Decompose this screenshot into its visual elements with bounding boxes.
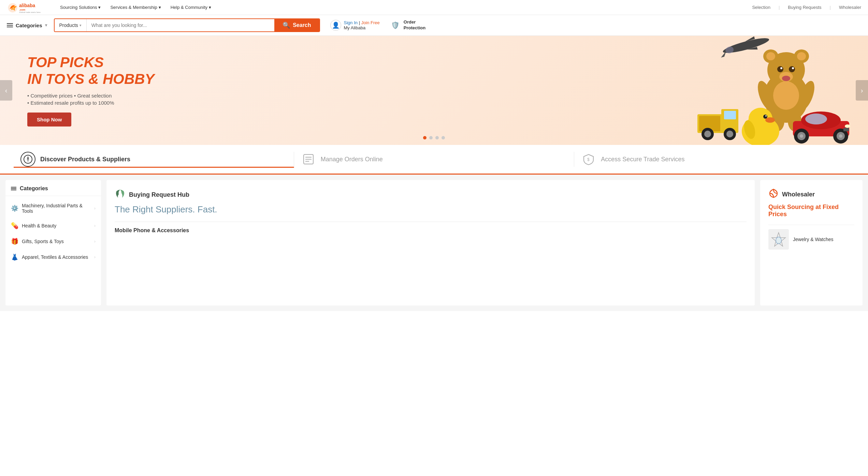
category-health-beauty[interactable]: 💊 Health & Beauty › <box>5 218 101 234</box>
chevron-right-icon: › <box>94 255 96 259</box>
account-section[interactable]: 👤 Sign In | Join Free My Alibaba <box>330 20 380 31</box>
svg-text:Global trade starts here.: Global trade starts here. <box>19 11 41 13</box>
hub-category[interactable]: Mobile Phone & Accessories <box>115 222 747 234</box>
wholesaler-jewelry[interactable]: Jewelry & Watches <box>768 225 854 254</box>
svg-point-17 <box>789 66 795 72</box>
svg-point-50 <box>845 124 850 128</box>
svg-point-13 <box>766 52 775 60</box>
chevron-down-icon: ▾ <box>209 5 211 10</box>
account-icon: 👤 <box>330 20 341 31</box>
svg-text:$: $ <box>587 157 590 162</box>
banner-dots <box>423 136 445 139</box>
shield-icon: 🛡️ <box>390 20 401 31</box>
svg-point-16 <box>777 66 783 72</box>
machinery-icon: ⚙️ <box>11 205 18 212</box>
svg-point-1 <box>12 7 14 10</box>
chevron-down-icon: ▾ <box>79 23 82 28</box>
jewelry-label: Jewelry & Watches <box>793 237 834 242</box>
svg-text:.com: .com <box>19 8 25 11</box>
chevron-right-icon: › <box>94 223 96 228</box>
feature-discover-label: Discover Products & Suppliers <box>40 156 130 163</box>
nav-buying-requests[interactable]: Buying Requests <box>788 5 821 10</box>
search-row: Categories ▾ Products ▾ 🔍 Search 👤 Sign … <box>0 15 868 36</box>
svg-point-34 <box>726 131 733 137</box>
svg-point-49 <box>839 134 842 138</box>
feature-row: Discover Products & Suppliers Manage Ord… <box>0 145 868 175</box>
banner-dot-3[interactable] <box>435 136 439 139</box>
top-nav-links: Sourcing Solutions ▾ Services & Membersh… <box>60 5 211 10</box>
svg-text:alibaba: alibaba <box>19 3 35 8</box>
categories-panel-header: Categories <box>5 185 101 196</box>
category-gifts-label: Gifts, Sports & Toys <box>22 239 91 244</box>
wholesaler-header: Wholesaler <box>768 188 854 201</box>
buying-request-hub: Buying Request Hub The Right Suppliers. … <box>106 180 755 306</box>
hub-header: Buying Request Hub <box>115 188 747 202</box>
join-free-link[interactable]: Join Free <box>361 20 380 25</box>
search-icon: 🔍 <box>283 21 290 29</box>
category-machinery-label: Machinery, Industrial Parts & Tools <box>22 203 91 214</box>
feature-trade-label: Access Secure Trade Services <box>601 156 684 163</box>
main-content: Categories ⚙️ Machinery, Industrial Part… <box>0 175 868 311</box>
wholesaler-title: Wholesaler <box>782 191 815 198</box>
top-navigation: alibaba .com Global trade starts here. S… <box>0 0 868 15</box>
account-text: Sign In | Join Free My Alibaba <box>344 20 380 30</box>
svg-point-18 <box>780 67 782 69</box>
compass-icon <box>20 152 35 167</box>
hub-logo-icon <box>115 188 126 202</box>
chevron-right-icon: › <box>94 206 96 211</box>
nav-wholesaler[interactable]: Wholesaler <box>839 5 861 10</box>
category-machinery[interactable]: ⚙️ Machinery, Industrial Parts & Tools › <box>5 199 101 218</box>
search-input[interactable] <box>87 19 274 31</box>
category-health-label: Health & Beauty <box>22 223 91 228</box>
banner-dot-2[interactable] <box>429 136 433 139</box>
shop-now-button[interactable]: Shop Now <box>27 113 71 127</box>
svg-rect-29 <box>724 111 736 119</box>
hamburger-icon <box>7 23 13 27</box>
feature-orders[interactable]: Manage Orders Online <box>294 152 575 167</box>
banner-dot-4[interactable] <box>442 136 445 139</box>
svg-rect-51 <box>843 128 849 131</box>
categories-panel: Categories ⚙️ Machinery, Industrial Part… <box>5 180 101 306</box>
feature-orders-label: Manage Orders Online <box>321 156 383 163</box>
top-nav-right: Selection | Buying Requests | Wholesaler <box>752 5 861 10</box>
hub-subtitle: The Right Suppliers. Fast. <box>115 204 747 215</box>
svg-point-43 <box>805 114 827 124</box>
chevron-down-icon: ▾ <box>45 23 47 28</box>
hero-banner: ‹ TOP PICKSIN TOYS & HOBBY • Competitive… <box>0 36 868 145</box>
banner-image <box>691 36 861 145</box>
product-dropdown[interactable]: Products ▾ <box>55 19 87 31</box>
svg-point-32 <box>704 131 711 137</box>
category-apparel[interactable]: 👗 Apparel, Textiles & Accessories › <box>5 249 101 265</box>
banner-next-button[interactable]: › <box>856 80 868 101</box>
svg-point-15 <box>797 52 806 60</box>
sign-in-link[interactable]: Sign In <box>344 20 358 25</box>
list-icon <box>301 152 316 167</box>
shield-trade-icon: $ <box>581 152 596 167</box>
banner-dot-1[interactable] <box>423 136 426 139</box>
category-apparel-label: Apparel, Textiles & Accessories <box>22 254 91 260</box>
my-alibaba-link[interactable]: My Alibaba <box>344 25 380 30</box>
nav-services-membership[interactable]: Services & Membership ▾ <box>110 5 161 10</box>
svg-point-46 <box>800 134 803 138</box>
nav-selection[interactable]: Selection <box>752 5 770 10</box>
jewelry-image <box>768 229 789 250</box>
category-gifts[interactable]: 🎁 Gifts, Sports & Toys › <box>5 234 101 249</box>
logo[interactable]: alibaba .com Global trade starts here. <box>7 1 48 14</box>
gifts-icon: 🎁 <box>11 238 18 245</box>
svg-point-22 <box>773 81 799 110</box>
feature-trade[interactable]: $ Access Secure Trade Services <box>574 152 854 167</box>
chevron-down-icon: ▾ <box>159 5 161 10</box>
nav-sourcing-solutions[interactable]: Sourcing Solutions ▾ <box>60 5 101 10</box>
nav-help-community[interactable]: Help & Community ▾ <box>171 5 211 10</box>
categories-button[interactable]: Categories ▾ <box>7 23 47 28</box>
search-button[interactable]: 🔍 Search <box>274 19 319 31</box>
feature-discover[interactable]: Discover Products & Suppliers <box>14 152 294 168</box>
apparel-icon: 👗 <box>11 253 18 261</box>
svg-point-21 <box>782 76 790 81</box>
categories-panel-icon <box>11 187 16 190</box>
order-protection-text: OrderProtection <box>404 19 425 31</box>
banner-prev-button[interactable]: ‹ <box>0 80 12 101</box>
order-protection[interactable]: 🛡️ OrderProtection <box>390 19 425 31</box>
hub-title: Buying Request Hub <box>129 191 189 198</box>
svg-point-37 <box>765 117 775 123</box>
